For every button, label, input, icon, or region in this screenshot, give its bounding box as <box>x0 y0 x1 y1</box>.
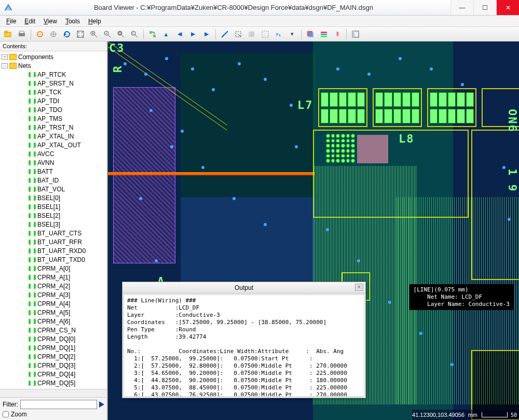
net-label: BT_UART_CTS <box>37 230 81 237</box>
toolbar-select-icon[interactable] <box>232 29 244 40</box>
output-close-icon[interactable]: × <box>355 284 363 291</box>
svg-rect-11 <box>119 32 121 34</box>
net-label: CPRM_A[6] <box>37 318 70 325</box>
zoom-checkbox[interactable] <box>3 411 9 417</box>
via <box>450 363 454 366</box>
svg-point-10 <box>118 31 122 35</box>
minimize-button[interactable]: — <box>450 0 473 15</box>
net-label: CPRM_DQ[4] <box>37 371 75 378</box>
net-icon <box>29 195 36 201</box>
net-label: BATT <box>37 168 53 175</box>
tree-net-item[interactable]: AP_XTAL_OUT <box>0 141 107 149</box>
toolbar-zoom-prev-icon[interactable] <box>128 29 141 40</box>
tree-net-item[interactable]: AP_TCK <box>0 88 107 96</box>
toolbar-next-icon[interactable]: ▶ <box>187 29 199 40</box>
menu-help[interactable]: Help <box>85 17 104 26</box>
tree[interactable]: + Components − Nets AP_RTCKAP_SRST_NAP_T… <box>0 51 107 389</box>
spacer <box>21 231 27 236</box>
toolbar-zoom-out-icon[interactable] <box>101 29 114 40</box>
tree-net-item[interactable]: AP_RTCK <box>0 70 107 79</box>
tree-net-item[interactable]: CPRM_A[2] <box>0 282 107 290</box>
toolbar-layer-x-icon[interactable]: ×₁ <box>272 29 285 40</box>
menu-tools[interactable]: Tools <box>62 17 83 26</box>
tree-net-item[interactable]: CPRM_DQ[3] <box>0 361 107 370</box>
tree-net-item[interactable]: AP_TMS <box>0 114 107 123</box>
filter-input[interactable] <box>20 400 97 409</box>
tree-net-item[interactable]: BT_UART_RXD0 <box>0 246 107 255</box>
net-icon <box>29 134 36 139</box>
sidebar-h-scrollbar[interactable] <box>0 389 107 397</box>
output-window[interactable]: Output × ### Line(Wiring) ### Net :LCD_D… <box>122 282 366 398</box>
toolbar-measure-icon[interactable] <box>218 29 231 40</box>
output-title-bar[interactable]: Output × <box>122 282 365 293</box>
tree-net-item[interactable]: AVCC <box>0 149 107 158</box>
net-icon <box>29 72 36 77</box>
filter-go-icon[interactable] <box>99 401 104 408</box>
toolbar-zoom-area-icon[interactable] <box>115 29 127 40</box>
tree-net-item[interactable]: CPRM_CS_N <box>0 326 107 334</box>
via <box>238 62 241 65</box>
tree-net-item[interactable]: CPRM_A[0] <box>0 264 107 273</box>
menu-edit[interactable]: Edit <box>21 17 38 26</box>
tree-net-item[interactable]: CPRM_A[3] <box>0 290 107 299</box>
net-icon <box>29 248 36 254</box>
toolbar-refresh-icon[interactable] <box>61 29 73 40</box>
menu-file[interactable]: File <box>3 17 19 26</box>
tree-net-item[interactable]: BT_UART_RFR <box>0 237 107 246</box>
toolbar-play-icon[interactable]: ▶ <box>200 29 213 40</box>
tree-net-item[interactable]: CPRM_A[5] <box>0 308 107 317</box>
tree-net-item[interactable]: BSEL[2] <box>0 211 107 220</box>
toolbar-print-icon[interactable] <box>16 29 28 40</box>
net-label: CPRM_DQ[0] <box>37 335 75 343</box>
net-icon <box>29 160 36 165</box>
toolbar-open-icon[interactable] <box>2 29 15 40</box>
tree-net-item[interactable]: AP_TDI <box>0 96 107 105</box>
tree-net-item[interactable]: BSEL[0] <box>0 193 107 202</box>
toolbar-panel-icon[interactable] <box>349 29 362 40</box>
tree-net-item[interactable]: BSEL[3] <box>0 220 107 229</box>
tree-net-item[interactable]: BT_UART_TXD0 <box>0 255 107 264</box>
tree-net-item[interactable]: CPRM_DQ[2] <box>0 352 107 361</box>
toolbar-highlight-icon[interactable] <box>34 29 46 40</box>
toolbar-dropdown-icon[interactable]: ▾ <box>286 29 298 40</box>
toolbar-layers-2-icon[interactable] <box>318 29 330 40</box>
toolbar-layers-1-icon[interactable] <box>304 29 317 40</box>
tree-net-item[interactable]: AP_TRST_N <box>0 123 107 132</box>
toolbar-zoom-in-icon[interactable] <box>88 29 100 40</box>
tree-net-item[interactable]: AP_SRST_N <box>0 79 107 88</box>
toolbar-colors-icon[interactable]: ⫴ <box>331 29 344 40</box>
tree-net-item[interactable]: CPRM_DQ[4] <box>0 370 107 379</box>
tree-net-item[interactable]: CPRM_DQ[1] <box>0 343 107 352</box>
close-button[interactable]: ✕ <box>496 0 519 15</box>
menu-view[interactable]: View <box>40 17 60 26</box>
collapse-icon[interactable]: − <box>2 63 8 68</box>
tree-node-components[interactable]: + Components <box>0 52 107 61</box>
toolbar-dim-icon[interactable] <box>47 29 60 40</box>
toolbar-fit-icon[interactable] <box>74 29 87 40</box>
tree-net-item[interactable]: CPRM_DQ[0] <box>0 334 107 343</box>
tree-net-item[interactable]: AVNN <box>0 158 107 167</box>
tree-net-item[interactable]: BAT_ID <box>0 176 107 185</box>
toolbar-cross-probe-icon[interactable] <box>146 29 159 40</box>
output-body[interactable]: ### Line(Wiring) ### Net :LCD_DF Layer :… <box>124 295 364 397</box>
toolbar-prev-icon[interactable]: ◀ <box>173 29 186 40</box>
tree-net-item[interactable]: AP_XTAL_IN <box>0 132 107 141</box>
via <box>399 57 402 60</box>
output-title-text: Output <box>235 284 253 291</box>
tree-net-item[interactable]: BAT_VOL <box>0 185 107 193</box>
tree-net-item[interactable]: CPRM_A[4] <box>0 299 107 308</box>
toolbar-grid-icon[interactable] <box>245 29 258 40</box>
tree-net-item[interactable]: CPRM_DQ[5] <box>0 379 107 387</box>
tree-net-item[interactable]: BT_UART_CTS <box>0 229 107 237</box>
toolbar-up-icon[interactable]: ▲ <box>160 29 172 40</box>
expand-icon[interactable]: + <box>2 54 8 60</box>
tree-net-item[interactable]: AP_TDO <box>0 105 107 114</box>
tree-net-item[interactable]: CPRM_A[1] <box>0 273 107 282</box>
tree-net-item[interactable]: CPRM_A[6] <box>0 317 107 326</box>
maximize-button[interactable]: ☐ <box>473 0 496 15</box>
tree-node-nets[interactable]: − Nets <box>0 61 107 70</box>
via <box>144 73 147 76</box>
tree-net-item[interactable]: BSEL[1] <box>0 202 107 211</box>
tree-net-item[interactable]: BATT <box>0 167 107 176</box>
toolbar-snap-icon[interactable] <box>259 29 271 40</box>
